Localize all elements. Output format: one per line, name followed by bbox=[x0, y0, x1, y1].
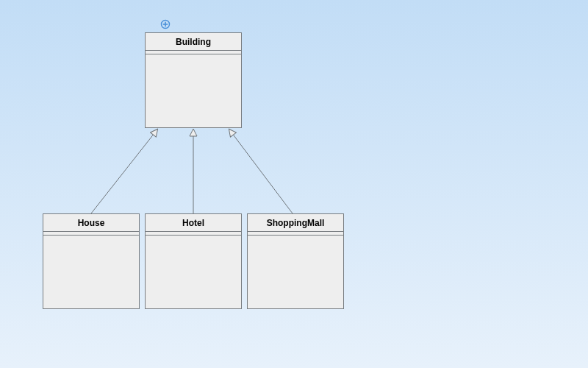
class-body bbox=[146, 236, 241, 308]
edges-layer bbox=[0, 0, 588, 368]
class-body bbox=[43, 236, 139, 308]
diagram-canvas[interactable]: Building House Hotel ShoppingMall bbox=[0, 0, 588, 368]
class-title: Hotel bbox=[146, 214, 241, 232]
class-title: ShoppingMall bbox=[248, 214, 343, 232]
edge-shoppingmall-building bbox=[229, 130, 293, 213]
class-node-hotel[interactable]: Hotel bbox=[145, 213, 242, 309]
class-body bbox=[146, 54, 241, 127]
class-node-building[interactable]: Building bbox=[145, 32, 242, 128]
class-body bbox=[248, 236, 343, 308]
add-icon[interactable] bbox=[160, 19, 171, 29]
class-node-house[interactable]: House bbox=[43, 213, 140, 309]
class-node-shoppingmall[interactable]: ShoppingMall bbox=[247, 213, 344, 309]
class-title: House bbox=[43, 214, 139, 232]
class-title: Building bbox=[146, 33, 241, 51]
edge-house-building bbox=[91, 130, 157, 213]
